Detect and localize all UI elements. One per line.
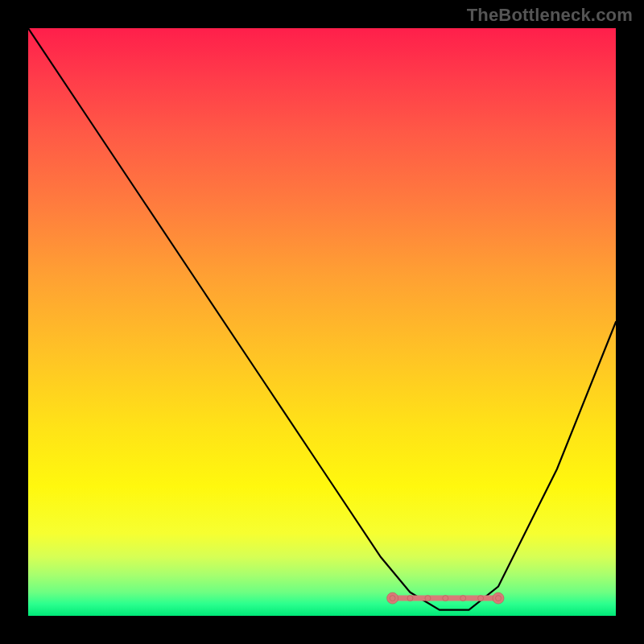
optimal-dot <box>425 596 431 601</box>
chart-svg <box>28 28 616 616</box>
bottleneck-curve-path <box>28 28 616 610</box>
optimal-dot <box>478 596 484 601</box>
optimal-dot <box>496 596 502 601</box>
optimal-dot <box>390 596 395 601</box>
watermark-text: TheBottleneck.com <box>467 5 633 26</box>
optimal-dot <box>460 596 466 601</box>
plot-area <box>28 28 616 616</box>
optimal-dot <box>407 596 413 601</box>
optimal-dot <box>443 596 448 601</box>
chart-stage: TheBottleneck.com <box>0 0 644 644</box>
optimal-zone <box>387 592 504 604</box>
